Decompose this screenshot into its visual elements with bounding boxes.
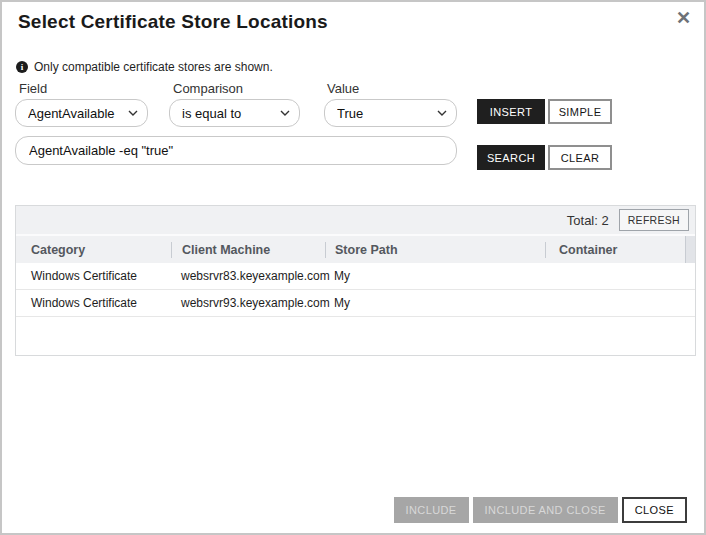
value-select-wrap: True [324, 99, 457, 127]
query-input[interactable] [15, 136, 457, 165]
refresh-button[interactable]: REFRESH [619, 209, 689, 231]
cell-category: Windows Certificate [16, 296, 171, 310]
info-banner: i Only compatible certificate stores are… [16, 60, 273, 74]
cell-store-path: My [325, 296, 545, 310]
value-select[interactable]: True [324, 99, 457, 127]
table-toolbar: Total: 2 REFRESH [16, 206, 695, 236]
cell-store-path: My [325, 269, 545, 283]
column-header-container[interactable]: Container [545, 242, 685, 258]
field-select[interactable]: AgentAvailable [15, 99, 148, 127]
select-certificate-store-dialog: Select Certificate Store Locations ✕ i O… [0, 0, 706, 535]
scrollbar-track[interactable] [685, 236, 695, 263]
close-icon[interactable]: ✕ [676, 9, 691, 27]
info-message: Only compatible certificate stores are s… [34, 60, 273, 74]
column-header-category[interactable]: Category [16, 242, 171, 258]
insert-button[interactable]: INSERT [477, 99, 545, 124]
field-label: Field [19, 81, 47, 96]
cell-client-machine: websrvr83.keyexample.com [171, 269, 325, 283]
comparison-label: Comparison [173, 81, 243, 96]
dialog-footer: INCLUDE INCLUDE AND CLOSE CLOSE [394, 497, 688, 523]
results-table: Total: 2 REFRESH Category Client Machine… [15, 205, 696, 356]
search-button[interactable]: SEARCH [477, 145, 545, 170]
field-select-wrap: AgentAvailable [15, 99, 148, 127]
cell-client-machine: websrvr93.keyexample.com [171, 296, 325, 310]
table-row[interactable]: Windows Certificate websrvr83.keyexample… [16, 263, 695, 290]
cell-container [545, 296, 685, 310]
comparison-select-wrap: is equal to [169, 99, 300, 127]
include-and-close-button[interactable]: INCLUDE AND CLOSE [473, 497, 618, 523]
simple-button[interactable]: SIMPLE [548, 99, 612, 124]
cell-category: Windows Certificate [16, 269, 171, 283]
column-header-client-machine[interactable]: Client Machine [171, 242, 325, 258]
table-header-row: Category Client Machine Store Path Conta… [16, 236, 695, 263]
info-icon: i [16, 61, 28, 73]
dialog-title: Select Certificate Store Locations [18, 11, 328, 33]
value-label: Value [327, 81, 359, 96]
comparison-select[interactable]: is equal to [169, 99, 300, 127]
column-header-store-path[interactable]: Store Path [325, 242, 545, 258]
cell-container [545, 269, 685, 283]
total-count: Total: 2 [567, 213, 609, 228]
close-button[interactable]: CLOSE [622, 497, 687, 523]
table-row[interactable]: Windows Certificate websrvr93.keyexample… [16, 290, 695, 317]
include-button[interactable]: INCLUDE [394, 497, 469, 523]
clear-button[interactable]: CLEAR [548, 145, 612, 170]
